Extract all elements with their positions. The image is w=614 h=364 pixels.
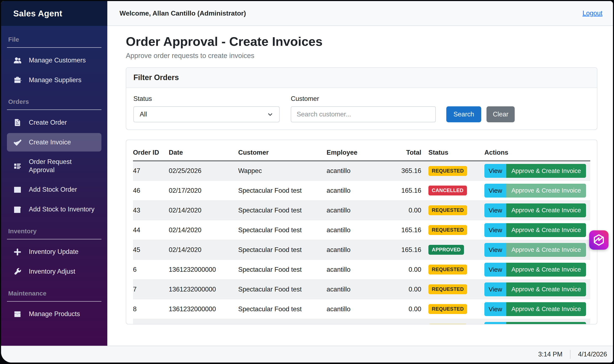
view-button[interactable]: View (484, 203, 506, 217)
approve-create-invoice-button[interactable]: Approve & Create Invoice (506, 164, 586, 178)
floating-widget-button[interactable] (589, 230, 609, 250)
check-icon (13, 138, 22, 146)
cell-total: 0.00 (396, 260, 421, 280)
column-header-status: Status (421, 144, 484, 161)
view-button[interactable]: View (484, 302, 506, 316)
sidebar-item-label: Create Invoice (29, 138, 71, 146)
wrench-icon (13, 268, 22, 276)
app-brand: Sales Agent (1, 1, 107, 26)
sidebar-item-label: Order Request Approval (29, 158, 82, 174)
column-header-date: Date (169, 144, 238, 161)
status-select[interactable]: All (133, 106, 280, 122)
hexagon-chart-icon (592, 234, 605, 247)
cell-customer (238, 319, 327, 325)
view-button[interactable]: View (484, 322, 506, 325)
cell-order-id (133, 319, 169, 325)
table-row: 43 02/14/2020 Spectacular Food test acan… (133, 200, 590, 220)
table-header-row: Order IDDateCustomerEmployeeTotalStatusA… (133, 144, 590, 161)
status-field: Status All (133, 95, 291, 122)
filter-orders-card: Filter Orders Status All Customer Search (126, 67, 597, 130)
cell-total: 0.00 (396, 200, 421, 220)
cell-date: 1361232000000 (169, 280, 238, 299)
sidebar-item-manage-products[interactable]: Manage Products (7, 305, 101, 324)
cell-employee: acantillo (327, 299, 396, 319)
sidebar-item-add-stock-order[interactable]: Add Stock Order (7, 181, 101, 199)
approve-create-invoice-button[interactable]: Approve & Create Invoice (506, 283, 586, 296)
cell-order-id: 8 (133, 299, 169, 319)
cell-employee: acantillo (327, 161, 396, 181)
cell-customer: Spectacular Food test (238, 240, 327, 260)
approve-create-invoice-button[interactable]: Approve & Create Invoice (506, 302, 586, 316)
cell-date: 02/14/2020 (169, 240, 238, 260)
sidebar-section-label: Inventory (7, 228, 101, 235)
top-header: Welcome, Allan Cantillo (Administrator) … (107, 1, 613, 26)
cell-actions: View Approve & Create Invoice (484, 243, 590, 257)
sidebar-section-label: File (7, 36, 101, 43)
sidebar-item-order-request-approval[interactable]: Order Request Approval (7, 153, 101, 179)
table-row: 8 1361232000000 Spectacular Food test ac… (133, 299, 590, 319)
status-badge: REQUESTED (428, 324, 467, 325)
approve-create-invoice-button[interactable]: Approve & Create Invoice (506, 203, 586, 217)
sidebar-section-orders: Orders Create Order Create Invoice Order… (7, 98, 101, 219)
main-content: Order Approval - Create Invoices Approve… (107, 26, 613, 346)
sidebar-item-label: Create Order (29, 118, 67, 127)
approve-create-invoice-button[interactable]: Approve & Create Invoice (506, 322, 586, 325)
app-brand-title: Sales Agent (13, 9, 62, 18)
cell-order-id: 6 (133, 260, 169, 280)
cell-order-id: 45 (133, 240, 169, 260)
view-button[interactable]: View (484, 243, 506, 257)
sidebar-item-add-stock-to-inventory[interactable]: Add Stock to Inventory (7, 200, 101, 219)
cell-total (396, 319, 421, 325)
cell-date: 02/17/2020 (169, 181, 238, 200)
search-button[interactable]: Search (446, 106, 481, 122)
view-button[interactable]: View (484, 263, 506, 277)
cell-customer: Spectacular Food test (238, 181, 327, 200)
cell-total: 0.00 (396, 280, 421, 299)
sidebar-section-file: File Manage Customers Manage Suppliers (7, 36, 101, 89)
cell-date: 02/14/2020 (169, 200, 238, 220)
cell-actions: View Approve & Create Invoice (484, 184, 590, 197)
orders-table-card: Order IDDateCustomerEmployeeTotalStatusA… (126, 140, 597, 325)
view-button[interactable]: View (484, 283, 506, 296)
cell-employee: acantillo (327, 200, 396, 220)
filter-card-title: Filter Orders (126, 68, 597, 88)
status-select-value: All (140, 111, 147, 118)
sidebar-nav: File Manage Customers Manage Suppliers O… (1, 26, 107, 346)
sidebar-item-manage-suppliers[interactable]: Manage Suppliers (7, 71, 101, 89)
status-divider (570, 350, 571, 359)
cell-order-id: 44 (133, 220, 169, 240)
sidebar-item-inventory-adjust[interactable]: Inventory Adjust (7, 262, 101, 281)
status-badge: REQUESTED (428, 284, 467, 294)
column-header-total: Total (396, 144, 421, 161)
approve-create-invoice-button[interactable]: Approve & Create Invoice (506, 263, 586, 277)
app-window: Sales Agent Welcome, Allan Cantillo (Adm… (1, 1, 613, 363)
sidebar-item-manage-customers[interactable]: Manage Customers (7, 51, 101, 70)
page-subtitle: Approve order requests to create invoice… (126, 52, 597, 60)
sidebar-section-inventory: Inventory Inventory Update Inventory Adj… (7, 228, 101, 281)
sidebar-section-maintenance: Maintenance Manage Products (7, 290, 101, 324)
cell-order-id: 47 (133, 161, 169, 181)
cell-customer: Spectacular Food test (238, 280, 327, 299)
approve-create-invoice-button[interactable]: Approve & Create Invoice (506, 223, 586, 237)
customer-search-input[interactable] (291, 106, 436, 122)
approve-create-invoice-button[interactable]: Approve & Create Invoice (506, 184, 586, 197)
tray-icon (13, 186, 22, 194)
cell-actions: View Approve & Create Invoice (484, 263, 590, 277)
view-button[interactable]: View (484, 223, 506, 237)
view-button[interactable]: View (484, 184, 506, 197)
view-button[interactable]: View (484, 164, 506, 178)
sidebar-item-inventory-update[interactable]: Inventory Update (7, 243, 101, 261)
sidebar-item-create-invoice[interactable]: Create Invoice (7, 133, 101, 152)
customer-field: Customer (291, 95, 446, 122)
clear-button[interactable]: Clear (487, 106, 515, 122)
screenshot-frame: Sales Agent Welcome, Allan Cantillo (Adm… (0, 0, 614, 364)
orders-table: Order IDDateCustomerEmployeeTotalStatusA… (133, 144, 590, 325)
logout-link[interactable]: Logout (582, 10, 602, 17)
approve-create-invoice-button[interactable]: Approve & Create Invoice (506, 243, 586, 257)
people-icon (13, 56, 22, 65)
status-badge: CANCELLED (428, 186, 467, 195)
cell-customer: Spectacular Food test (238, 299, 327, 319)
status-date: 4/14/2026 (578, 351, 607, 358)
status-badge: REQUESTED (428, 225, 467, 235)
sidebar-item-create-order[interactable]: Create Order (7, 113, 101, 132)
